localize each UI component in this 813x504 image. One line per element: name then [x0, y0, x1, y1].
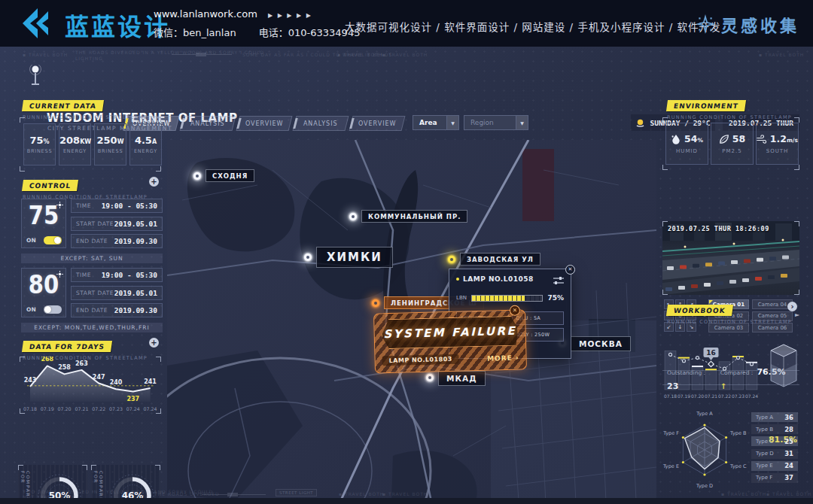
- workbook-next-button[interactable]: ›: [787, 302, 797, 311]
- website-url[interactable]: www.lanlanwork.com: [154, 8, 257, 20]
- decor-text: ▪ TRAVEL BOTH: [759, 52, 804, 57]
- humidity-drop-icon: [671, 134, 681, 144]
- system-failure-alert: ✕ SYSTEM FAILURE LAMP NO.L01803 MORE ›: [373, 309, 527, 373]
- env-label: SOUTH: [757, 148, 798, 154]
- type-label: Type A: [756, 414, 773, 421]
- arrows-decor: ▶ ▶ ▶ ▶ ▶: [268, 12, 312, 19]
- close-icon[interactable]: ✕: [565, 265, 575, 275]
- schedule-field-start-date: START DATE2019.05.01: [71, 217, 163, 231]
- alert-footer: LAMP NO.L01803 MORE ›: [382, 351, 519, 368]
- city-map[interactable]: СХОДНЯКОММУНАЛЬНЫЙ ПР.ХИМКИЗАВОДСКАЯ УЛЛ…: [167, 140, 656, 504]
- map-label[interactable]: МКАД: [438, 371, 486, 386]
- decor-text: ▪ TRAVEL BOTH: [337, 52, 382, 57]
- svg-text:07.22: 07.22: [718, 393, 731, 399]
- tab-overview-5[interactable]: OVERVIEW: [349, 116, 406, 131]
- environment-stats: 54%HUMID58PM2.51.2m/sSOUTH: [665, 123, 799, 165]
- add-schedule-button[interactable]: +: [149, 177, 159, 187]
- expand-chart-button[interactable]: +: [149, 338, 159, 348]
- website-link[interactable]: www.lanlanwork.com ▶ ▶ ▶ ▶ ▶: [154, 8, 312, 20]
- map-label[interactable]: ХИМКИ: [316, 247, 393, 268]
- map-pin-orange[interactable]: [372, 299, 379, 307]
- type-row-type-f[interactable]: Type F37: [751, 473, 798, 483]
- type-row-type-c[interactable]: Type C25: [751, 436, 798, 446]
- svg-text:07.18: 07.18: [23, 406, 37, 411]
- env-value: 1.2m/s: [770, 133, 798, 144]
- control-header: CONTROL RUNNING CONDITION OF STREETLAMP: [23, 176, 148, 200]
- decor-text: ▪ TRAVEL BOTH: [382, 52, 428, 57]
- dim-level-value: 75: [24, 201, 62, 230]
- map-pin-white[interactable]: [193, 172, 201, 180]
- dim-level-box: 75ON: [21, 199, 66, 248]
- status-dot: [456, 278, 459, 281]
- tab-analysis-2[interactable]: ANALYSIS: [180, 116, 236, 131]
- schedule-block-2: 80ONTIME19:00 - 05:30START DATE2019.05.0…: [21, 268, 163, 332]
- tab-marker: [236, 118, 241, 129]
- stat-label: BRINESS: [95, 148, 126, 154]
- svg-text:07.24: 07.24: [745, 393, 758, 399]
- decor-text: ▪ TRAVEL BOTH: [382, 491, 428, 496]
- svg-text:07.21: 07.21: [705, 393, 717, 399]
- type-list: Type A36Type B28Type C25Type D31Type E24…: [751, 412, 798, 483]
- svg-text:07.20: 07.20: [691, 393, 704, 399]
- schedule-field-time: TIME19:00 - 05:30: [71, 268, 163, 282]
- camera-next-arrow[interactable]: ►: [795, 311, 799, 318]
- region-select[interactable]: Region ▼: [464, 115, 528, 130]
- sliders-icon[interactable]: [553, 276, 565, 285]
- map-label[interactable]: КОММУНАЛЬНЫЙ ПР.: [361, 210, 467, 223]
- toggle-state-label: ON: [26, 306, 36, 313]
- map-pin-white[interactable]: [426, 374, 434, 381]
- camera-timestamp: 2019.07.25 THUR 18:26:09: [668, 225, 769, 232]
- chevron-down-icon[interactable]: ▼: [516, 116, 528, 129]
- chevron-down-icon[interactable]: ▼: [446, 116, 458, 129]
- inspiration-collect[interactable]: 灵感收集: [696, 12, 799, 36]
- close-icon[interactable]: ✕: [510, 305, 520, 316]
- decor-slider: [202, 494, 266, 495]
- decor-text: ▪ TRAVEL BOTH: [766, 491, 811, 496]
- svg-text:07.24: 07.24: [126, 406, 140, 411]
- bar-segments: [472, 296, 543, 301]
- svg-text:Type F: Type F: [662, 430, 679, 436]
- svg-text:07.22: 07.22: [92, 406, 105, 411]
- type-value: 36: [784, 414, 793, 421]
- map-label[interactable]: СХОДНЯ: [206, 169, 254, 182]
- schedule-toggle[interactable]: [44, 236, 62, 244]
- data7days-tag: DATA FOR 7DAYS: [22, 341, 112, 352]
- decor-text: THE ROADS DIVERGED IN A YELLOW WOOD, AND…: [75, 50, 264, 55]
- svg-text:Type B: Type B: [729, 430, 746, 436]
- map-pin-white[interactable]: [349, 213, 357, 220]
- type-row-type-a[interactable]: Type A36: [751, 412, 798, 422]
- dim-level-value: 80: [24, 270, 62, 299]
- schedule-rows: TIME19:00 - 05:30START DATE2019.05.01END…: [71, 268, 163, 317]
- svg-text:237: 237: [126, 396, 139, 402]
- current-stat-briness: 250WBRINESS: [94, 123, 126, 165]
- wind-icon: [757, 135, 767, 144]
- current-stat-energy: 4.5AENERGY: [129, 123, 162, 165]
- area-select[interactable]: Area ▼: [413, 115, 459, 130]
- type-row-type-b[interactable]: Type B28: [751, 424, 798, 434]
- schedule-toggle[interactable]: [44, 305, 62, 314]
- top-tabs: OVERVIEWANALYSISOVERVIEWANALYSISOVERVIEW: [125, 116, 403, 131]
- svg-text:Type D: Type D: [696, 483, 713, 489]
- tab-overview-3[interactable]: OVERVIEW: [236, 116, 293, 131]
- schedule-field-start-date: START DATE2019.05.01: [71, 286, 163, 300]
- map-label[interactable]: МОСКВА: [571, 336, 631, 351]
- map-pin-yellow[interactable]: [448, 256, 455, 263]
- sparkle-star-icon: [696, 14, 715, 34]
- tab-analysis-4[interactable]: ANALYSIS: [293, 116, 349, 131]
- map-pin-white[interactable]: [304, 254, 312, 261]
- decor-slider: [172, 54, 232, 55]
- area-select-value: Area: [413, 119, 446, 126]
- control-tag: CONTROL: [22, 180, 78, 191]
- more-button[interactable]: MORE ›: [487, 354, 519, 362]
- schedule-rows: TIME19:00 - 05:30START DATE2019.05.01END…: [71, 199, 163, 248]
- brightness-value: 75%: [547, 294, 564, 302]
- workbook-tag: WORKBOOK: [666, 305, 733, 316]
- type-row-type-e[interactable]: Type E24: [751, 461, 798, 471]
- environment-panel: 54%HUMID58PM2.51.2m/sSOUTH: [662, 117, 799, 170]
- brightness-bar[interactable]: [471, 295, 544, 302]
- map-label[interactable]: ЗАВОДСКАЯ УЛ: [460, 253, 540, 266]
- svg-text:07.18: 07.18: [664, 393, 677, 399]
- svg-text:Type C: Type C: [729, 463, 747, 469]
- workbook-3d-gauge: [766, 342, 801, 391]
- type-row-type-d[interactable]: Type D31: [751, 449, 798, 459]
